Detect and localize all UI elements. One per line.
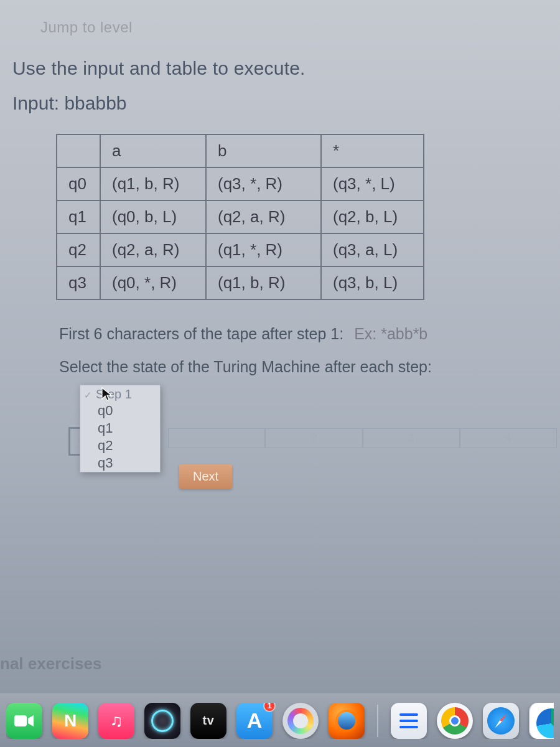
step-label: 4 [505, 432, 511, 444]
next-button[interactable]: Next [179, 464, 232, 489]
state-prompt: Select the state of the Turing Machine a… [59, 358, 544, 376]
state-dropdown[interactable]: Step 1 q0 q1 q2 q3 [80, 385, 161, 472]
facetime-icon[interactable] [6, 703, 42, 739]
table-row: q3 (q0, *, R) (q1, b, R) (q3, b, L) [57, 266, 424, 299]
music-icon[interactable]: ♫ [98, 703, 134, 739]
table-cell: (q2, a, R) [206, 200, 321, 233]
tape-prompt: First 6 characters of the tape after ste… [59, 325, 544, 343]
transition-table: a b * q0 (q1, b, R) (q3, *, R) (q3, *, L… [56, 134, 424, 300]
state-select-area: 2 3 4 Step 1 q0 q1 q2 q3 Next [75, 385, 544, 503]
table-cell: (q0, *, R) [100, 266, 206, 299]
chrome-icon[interactable] [437, 703, 473, 739]
hamburger-app-icon[interactable] [391, 703, 427, 739]
table-header: * [321, 134, 424, 167]
table-cell: (q2, b, L) [321, 200, 424, 233]
table-cell: (q2, a, R) [100, 233, 206, 266]
edge-icon[interactable] [529, 703, 554, 739]
table-row-state: q1 [57, 200, 100, 233]
tv-label: tv [203, 713, 215, 728]
table-cell: (q0, b, L) [100, 200, 206, 233]
n-label: N [64, 711, 77, 731]
dock-app-n-icon[interactable]: N [52, 703, 88, 739]
cursor-icon [101, 387, 113, 402]
table-header: a [100, 134, 206, 167]
input-line: Input: bbabbb [12, 93, 544, 114]
music-label: ♫ [110, 711, 123, 731]
tape-prompt-example: Ex: *abb*b [354, 325, 427, 342]
dock-separator [377, 705, 378, 737]
appletv-icon[interactable]: tv [190, 703, 226, 739]
colorwheel-icon[interactable] [282, 703, 319, 739]
table-corner [57, 134, 100, 167]
step-row: 2 3 4 [168, 428, 557, 448]
step-cell[interactable]: 4 [460, 428, 557, 448]
step-label: 3 [408, 432, 414, 444]
top-cropped-text: Jump to level [40, 19, 544, 36]
table-row: q2 (q2, a, R) (q1, *, R) (q3, a, L) [57, 233, 424, 266]
svg-rect-0 [14, 715, 27, 726]
siri-icon[interactable] [144, 703, 180, 739]
instruction-text: Use the input and table to execute. [12, 58, 544, 79]
firefox-icon[interactable] [329, 703, 365, 739]
table-cell: (q3, *, R) [206, 167, 321, 200]
table-row-state: q3 [57, 266, 100, 299]
table-row: q1 (q0, b, L) (q2, a, R) (q2, b, L) [57, 200, 424, 233]
dropdown-item-q3[interactable]: q3 [80, 454, 160, 472]
table-row-state: q2 [57, 233, 100, 266]
footer-cropped-text: nal exercises [0, 654, 101, 674]
table-cell: (q1, b, R) [206, 266, 321, 299]
table-cell: (q3, *, L) [321, 167, 424, 200]
macos-dock: N ♫ tv A 1 [0, 693, 560, 747]
step-cell[interactable]: 3 [363, 428, 460, 448]
step-label: 2 [311, 432, 317, 444]
step-cell[interactable] [168, 428, 265, 448]
table-cell: (q1, b, R) [100, 167, 206, 200]
table-header-row: a b * [57, 134, 424, 167]
table-row: q0 (q1, b, R) (q3, *, R) (q3, *, L) [57, 167, 424, 200]
step-cell[interactable]: 2 [265, 428, 362, 448]
table-header: b [206, 134, 321, 167]
dropdown-item-q0[interactable]: q0 [80, 402, 160, 420]
table-cell: (q1, *, R) [206, 233, 321, 266]
table-cell: (q3, a, L) [321, 233, 424, 266]
badge: 1 [263, 703, 276, 712]
appstore-label: A [247, 708, 263, 733]
dropdown-item-q1[interactable]: q1 [80, 420, 160, 437]
safari-icon[interactable] [483, 703, 519, 739]
tape-prompt-text: First 6 characters of the tape after ste… [59, 325, 343, 342]
table-row-state: q0 [57, 167, 100, 200]
appstore-icon[interactable]: A 1 [236, 703, 273, 739]
dropdown-header: Step 1 [80, 385, 160, 402]
dropdown-item-q2[interactable]: q2 [80, 437, 160, 454]
table-cell: (q3, b, L) [321, 266, 424, 299]
